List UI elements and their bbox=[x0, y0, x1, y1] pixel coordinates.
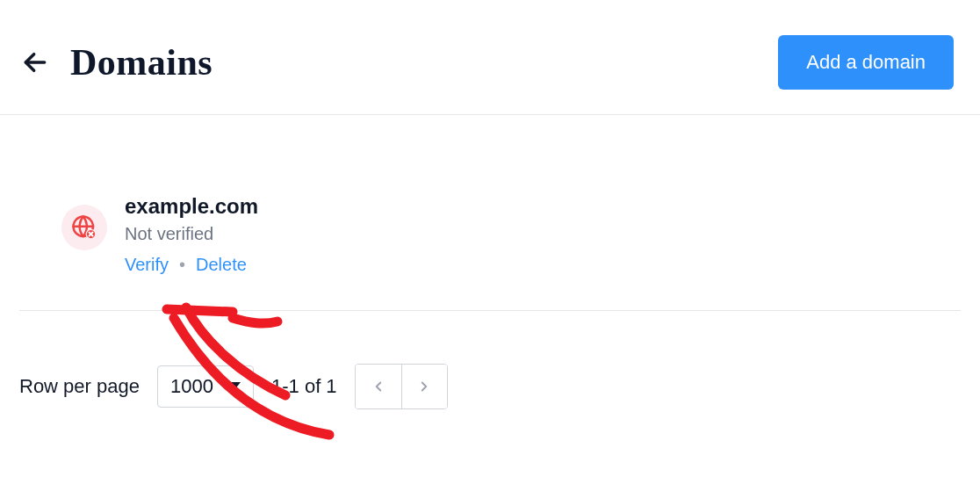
verify-link[interactable]: Verify bbox=[125, 255, 169, 275]
next-page-button[interactable] bbox=[401, 365, 447, 408]
globe-error-icon bbox=[71, 214, 97, 241]
domain-name: example.com bbox=[125, 194, 258, 219]
pagination-bar: Row per page 1000 1-1 of 1 bbox=[0, 311, 980, 409]
page-title: Domains bbox=[70, 41, 213, 83]
add-domain-button[interactable]: Add a domain bbox=[778, 35, 954, 90]
rows-per-page-label: Row per page bbox=[19, 375, 140, 398]
arrow-left-icon bbox=[21, 48, 49, 76]
chevron-left-icon bbox=[371, 379, 386, 394]
domain-row: example.com Not verified Verify • Delete bbox=[19, 194, 961, 311]
separator-dot: • bbox=[179, 255, 185, 275]
delete-link[interactable]: Delete bbox=[196, 255, 247, 275]
pager-group bbox=[355, 364, 448, 409]
page-header: Domains Add a domain bbox=[0, 0, 980, 115]
back-arrow-button[interactable] bbox=[19, 47, 51, 78]
domain-status: Not verified bbox=[125, 224, 258, 244]
rows-per-page-select[interactable]: 1000 bbox=[157, 365, 254, 408]
rows-per-page-value: 1000 bbox=[170, 375, 213, 398]
pagination-range: 1-1 of 1 bbox=[271, 375, 337, 398]
domain-info: example.com Not verified Verify • Delete bbox=[125, 194, 258, 275]
header-left: Domains bbox=[19, 41, 213, 83]
domain-actions: Verify • Delete bbox=[125, 255, 258, 275]
content-area: example.com Not verified Verify • Delete bbox=[0, 115, 980, 311]
chevron-right-icon bbox=[416, 379, 432, 394]
caret-down-icon bbox=[227, 382, 241, 391]
domain-status-icon-wrapper bbox=[61, 205, 107, 250]
prev-page-button[interactable] bbox=[356, 365, 401, 408]
